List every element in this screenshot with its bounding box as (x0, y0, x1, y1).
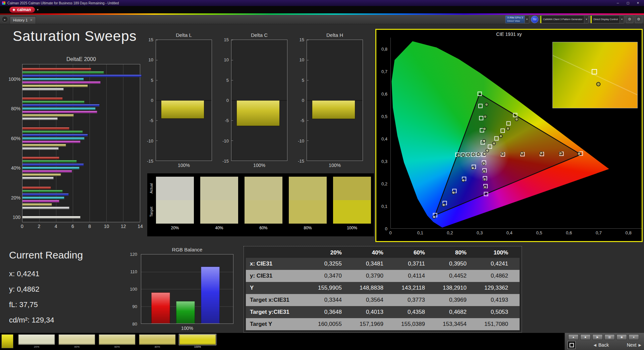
meter-status-badge[interactable]: 712 (531, 16, 538, 23)
cie-target-point (479, 116, 483, 120)
mini-button-4[interactable]: ▥ (604, 334, 615, 340)
pattern-swatch-label: 40% (59, 345, 95, 348)
actual-row-label: Actual (148, 177, 155, 200)
cie-chart-title: CIE 1931 xy (376, 32, 642, 37)
deltae-bar (22, 173, 61, 176)
rgb-bar-green (176, 301, 195, 324)
swatch-target (200, 200, 238, 224)
calman-window: Calman 2025 Calman Ultimate for Business… (0, 0, 644, 350)
table-cell: 0,4013 (353, 306, 395, 318)
mini-button-3[interactable]: ▶ (592, 334, 603, 340)
cie-measured-point (485, 103, 488, 106)
mini-button-2[interactable]: ■ (580, 334, 591, 340)
rgb-balance-chart: RGB Balance 1201101009080 100% (124, 247, 235, 331)
deltae-axis-tick: 10 (104, 224, 109, 229)
delta-chart-body: 151050-5-10-15 (144, 40, 215, 161)
table-cell: 0,4452 (436, 270, 478, 282)
meter-device-button[interactable]: X-Rite i1Pro 3 Direct View ▾ (505, 15, 529, 23)
deltae-bar (22, 200, 59, 202)
titlebar: Calman 2025 Calman Ultimate for Business… (0, 0, 644, 6)
minimize-button[interactable]: ─ (614, 1, 622, 5)
table-cell: 160,0055 (312, 318, 353, 330)
pattern-swatch-80%[interactable]: 80% (139, 334, 176, 345)
navigation-panel: ▲■▶▥◉● ◀ Back Next ▶ (565, 333, 644, 350)
table-cell: 0,3564 (353, 294, 395, 306)
deltae-group-label: 100% (4, 76, 20, 82)
cie-measured-point (484, 185, 487, 188)
deltae-bar (22, 144, 66, 147)
close-button[interactable]: ✕ (634, 1, 642, 5)
pattern-swatch-20%[interactable]: 20% (18, 334, 55, 345)
deltae-group-label: 60% (4, 136, 20, 141)
table-row: Target x:CIE310,33440,35640,37730,39690,… (246, 294, 520, 306)
cie-measured-point (467, 153, 470, 156)
pattern-window-button[interactable] (568, 341, 576, 349)
table-cell: 153,3454 (436, 318, 478, 330)
rgb-axis-tick: 80 (132, 322, 137, 327)
table-row: y: CIE310,34700,37900,41140,44520,4862 (246, 270, 520, 282)
delta-axis-tick: 15 (224, 37, 229, 42)
delta-axis-tick: 15 (149, 37, 153, 42)
deltae-bar (22, 111, 97, 113)
rgb-y-axis-labels: 1201101009080 (124, 254, 139, 324)
pattern-generator-label: CalMAN Client 3 Pattern Generator (541, 16, 584, 23)
mini-button-6[interactable]: ● (629, 334, 639, 340)
mini-button-5[interactable]: ◉ (616, 334, 627, 340)
deltae-bar (22, 196, 64, 199)
deltae-axis-tick: 12 (121, 224, 126, 229)
delta-axis-label: 100% (156, 163, 212, 168)
table-cell: 0,3969 (436, 294, 478, 306)
delta-bar (161, 100, 204, 119)
calman-menu-button[interactable]: ❖ calman (9, 7, 35, 13)
table-column-header: 60% (395, 248, 436, 258)
app-icon (2, 1, 5, 5)
delta-axis-tick: 10 (300, 57, 304, 62)
history-nav-button[interactable]: ▸ (2, 16, 8, 22)
table-cell: 143,2118 (395, 282, 436, 294)
deltae-bar-group: 100% (22, 68, 140, 91)
calman-logo-icon: ❖ (12, 8, 15, 12)
delta-axis-tick: -10 (222, 138, 229, 143)
cie-axis-tick: 0,3 (381, 159, 387, 164)
calman-menu-arrow-icon[interactable]: ▾ (37, 8, 39, 11)
display-control-dropdown-icon[interactable]: ▾ (620, 16, 624, 23)
deltae-bar (22, 130, 83, 133)
pattern-swatch-100%[interactable]: 100% (179, 334, 216, 345)
delta-chart-title: Delta C (231, 32, 287, 38)
tick-mark (156, 80, 158, 80)
table-cell: 0,5053 (478, 306, 520, 318)
pattern-generator-dropdown-icon[interactable]: ▾ (584, 16, 588, 23)
maximize-button[interactable]: ▢ (624, 1, 632, 5)
delta-bar (312, 100, 355, 119)
tab-history-1[interactable]: History 1 ✕ (10, 16, 36, 24)
back-button[interactable]: ◀ Back (594, 342, 609, 348)
cie-measured-point (483, 139, 486, 142)
table-row-label: x: CIE31 (246, 258, 312, 270)
delta-axis-tick: 0 (302, 98, 304, 103)
pattern-swatch-40%[interactable]: 40% (58, 334, 95, 345)
delta-axis-tick: -5 (225, 118, 229, 123)
delta-charts-row: Delta L151050-5-10-15100%Delta C151050-5… (144, 32, 366, 168)
mini-button-1[interactable]: ▲ (568, 334, 579, 340)
cie-target-point (479, 104, 482, 108)
pattern-swatch-label: 20% (18, 345, 55, 348)
meter-dropdown-icon[interactable]: ▾ (525, 16, 529, 23)
display-control-button[interactable]: Direct Display Control ▾ (590, 15, 624, 23)
pattern-generator-button[interactable]: CalMAN Client 3 Pattern Generator ▾ (540, 15, 589, 23)
cie-measured-point (472, 153, 475, 156)
settings-gear-icon[interactable]: ⚙ (626, 16, 633, 23)
pattern-swatch-label: 80% (139, 345, 175, 348)
next-button[interactable]: Next ▶ (627, 342, 641, 348)
swatch-target (245, 200, 282, 224)
table-cell: 0,4193 (478, 294, 520, 306)
rgb-axis-tick: 120 (130, 252, 137, 257)
cie-axis-tick: 0,2 (381, 181, 387, 186)
tick-mark (156, 40, 158, 40)
workflow-gear-icon[interactable]: ⚙ (635, 16, 642, 23)
tab-close-icon[interactable]: ✕ (30, 18, 33, 22)
pattern-swatch-60%[interactable]: 60% (99, 334, 136, 345)
swatch-actual (156, 177, 194, 200)
navigation-row: ◀ Back Next ▶ (568, 341, 641, 349)
deltae-bar-group: 20% (22, 186, 140, 209)
table-cell: 0,3773 (395, 294, 436, 306)
